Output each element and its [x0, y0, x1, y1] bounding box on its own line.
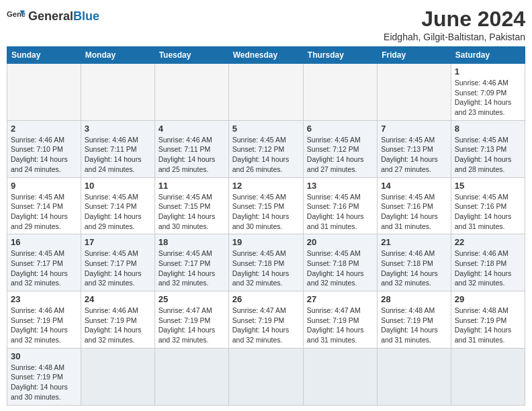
day-info: Sunrise: 4:45 AM Sunset: 7:16 PM Dayligh… — [307, 192, 373, 232]
logo-text: GeneralBlue — [28, 10, 99, 23]
calendar-title: June 2024 — [384, 7, 525, 32]
day-number: 11 — [159, 181, 225, 191]
day-info: Sunrise: 4:46 AM Sunset: 7:11 PM Dayligh… — [85, 135, 151, 175]
day-info: Sunrise: 4:45 AM Sunset: 7:18 PM Dayligh… — [307, 248, 373, 288]
calendar-cell: 6Sunrise: 4:45 AM Sunset: 7:12 PM Daylig… — [303, 120, 377, 177]
day-info: Sunrise: 4:45 AM Sunset: 7:16 PM Dayligh… — [381, 192, 447, 232]
day-info: Sunrise: 4:45 AM Sunset: 7:12 PM Dayligh… — [232, 135, 300, 175]
day-info: Sunrise: 4:45 AM Sunset: 7:16 PM Dayligh… — [455, 192, 521, 232]
week-row-3: 9Sunrise: 4:45 AM Sunset: 7:14 PM Daylig… — [7, 177, 525, 234]
day-number: 14 — [381, 181, 447, 191]
day-number: 24 — [85, 294, 151, 304]
day-number: 13 — [307, 181, 373, 191]
logo-icon: General — [7, 7, 26, 26]
calendar-cell — [154, 348, 228, 405]
day-info: Sunrise: 4:47 AM Sunset: 7:19 PM Dayligh… — [232, 306, 300, 345]
calendar-cell: 30Sunrise: 4:48 AM Sunset: 7:19 PM Dayli… — [7, 348, 81, 405]
calendar-cell: 20Sunrise: 4:45 AM Sunset: 7:18 PM Dayli… — [303, 234, 377, 291]
day-number: 4 — [159, 124, 225, 134]
day-number: 20 — [307, 237, 373, 247]
day-number: 15 — [455, 181, 521, 191]
day-info: Sunrise: 4:45 AM Sunset: 7:12 PM Dayligh… — [307, 135, 373, 175]
calendar-cell: 4Sunrise: 4:46 AM Sunset: 7:11 PM Daylig… — [154, 120, 228, 177]
day-number: 6 — [307, 124, 373, 134]
calendar-table: SundayMondayTuesdayWednesdayThursdayFrid… — [7, 46, 525, 406]
calendar-cell: 10Sunrise: 4:45 AM Sunset: 7:14 PM Dayli… — [81, 177, 154, 234]
day-number: 18 — [159, 237, 225, 247]
header-cell-thursday: Thursday — [303, 47, 377, 64]
day-number: 30 — [11, 351, 77, 361]
calendar-cell — [378, 348, 451, 405]
week-row-6: 30Sunrise: 4:48 AM Sunset: 7:19 PM Dayli… — [7, 348, 525, 405]
header-row: SundayMondayTuesdayWednesdayThursdayFrid… — [7, 47, 525, 64]
day-number: 21 — [381, 237, 447, 247]
day-info: Sunrise: 4:45 AM Sunset: 7:15 PM Dayligh… — [232, 192, 300, 232]
calendar-cell: 29Sunrise: 4:48 AM Sunset: 7:19 PM Dayli… — [451, 291, 525, 349]
calendar-cell: 22Sunrise: 4:46 AM Sunset: 7:18 PM Dayli… — [451, 234, 525, 291]
day-info: Sunrise: 4:45 AM Sunset: 7:18 PM Dayligh… — [232, 248, 300, 288]
day-number: 17 — [85, 237, 151, 247]
calendar-cell: 18Sunrise: 4:45 AM Sunset: 7:17 PM Dayli… — [154, 234, 228, 291]
calendar-cell: 24Sunrise: 4:46 AM Sunset: 7:19 PM Dayli… — [81, 291, 154, 349]
calendar-cell: 13Sunrise: 4:45 AM Sunset: 7:16 PM Dayli… — [303, 177, 377, 234]
calendar-cell: 11Sunrise: 4:45 AM Sunset: 7:15 PM Dayli… — [154, 177, 228, 234]
day-info: Sunrise: 4:46 AM Sunset: 7:09 PM Dayligh… — [455, 78, 521, 118]
day-info: Sunrise: 4:46 AM Sunset: 7:10 PM Dayligh… — [11, 135, 77, 175]
calendar-cell: 23Sunrise: 4:46 AM Sunset: 7:19 PM Dayli… — [7, 291, 81, 349]
day-number: 23 — [11, 294, 77, 304]
day-number: 3 — [85, 124, 151, 134]
day-info: Sunrise: 4:48 AM Sunset: 7:19 PM Dayligh… — [455, 306, 521, 345]
header-cell-friday: Friday — [378, 47, 451, 64]
week-row-2: 2Sunrise: 4:46 AM Sunset: 7:10 PM Daylig… — [7, 120, 525, 177]
day-number: 12 — [232, 181, 300, 191]
calendar-cell: 3Sunrise: 4:46 AM Sunset: 7:11 PM Daylig… — [81, 120, 154, 177]
day-number: 9 — [11, 181, 77, 191]
week-row-5: 23Sunrise: 4:46 AM Sunset: 7:19 PM Dayli… — [7, 291, 525, 349]
day-info: Sunrise: 4:45 AM Sunset: 7:13 PM Dayligh… — [455, 135, 521, 175]
day-number: 25 — [159, 294, 225, 304]
calendar-cell — [81, 64, 154, 121]
day-info: Sunrise: 4:45 AM Sunset: 7:17 PM Dayligh… — [85, 248, 151, 288]
day-info: Sunrise: 4:47 AM Sunset: 7:19 PM Dayligh… — [307, 306, 373, 345]
day-number: 26 — [232, 294, 300, 304]
calendar-cell: 19Sunrise: 4:45 AM Sunset: 7:18 PM Dayli… — [228, 234, 303, 291]
day-info: Sunrise: 4:46 AM Sunset: 7:18 PM Dayligh… — [381, 248, 447, 288]
calendar-cell: 14Sunrise: 4:45 AM Sunset: 7:16 PM Dayli… — [378, 177, 451, 234]
day-number: 2 — [11, 124, 77, 134]
calendar-cell: 2Sunrise: 4:46 AM Sunset: 7:10 PM Daylig… — [7, 120, 81, 177]
calendar-cell: 28Sunrise: 4:48 AM Sunset: 7:19 PM Dayli… — [378, 291, 451, 349]
day-info: Sunrise: 4:48 AM Sunset: 7:19 PM Dayligh… — [381, 306, 447, 345]
calendar-cell: 15Sunrise: 4:45 AM Sunset: 7:16 PM Dayli… — [451, 177, 525, 234]
calendar-cell: 8Sunrise: 4:45 AM Sunset: 7:13 PM Daylig… — [451, 120, 525, 177]
day-info: Sunrise: 4:46 AM Sunset: 7:19 PM Dayligh… — [85, 306, 151, 345]
day-info: Sunrise: 4:47 AM Sunset: 7:19 PM Dayligh… — [159, 306, 225, 345]
calendar-cell: 5Sunrise: 4:45 AM Sunset: 7:12 PM Daylig… — [228, 120, 303, 177]
header: General GeneralBlue June 2024 Eidghah, G… — [7, 7, 525, 42]
calendar-cell: 27Sunrise: 4:47 AM Sunset: 7:19 PM Dayli… — [303, 291, 377, 349]
header-cell-wednesday: Wednesday — [228, 47, 303, 64]
logo: General GeneralBlue — [7, 7, 99, 26]
calendar-cell — [154, 64, 228, 121]
day-info: Sunrise: 4:45 AM Sunset: 7:17 PM Dayligh… — [11, 248, 77, 288]
day-number: 19 — [232, 237, 300, 247]
calendar-cell — [378, 64, 451, 121]
calendar-cell: 12Sunrise: 4:45 AM Sunset: 7:15 PM Dayli… — [228, 177, 303, 234]
header-cell-sunday: Sunday — [7, 47, 81, 64]
day-info: Sunrise: 4:46 AM Sunset: 7:18 PM Dayligh… — [455, 248, 521, 288]
day-number: 28 — [381, 294, 447, 304]
week-row-4: 16Sunrise: 4:45 AM Sunset: 7:17 PM Dayli… — [7, 234, 525, 291]
day-info: Sunrise: 4:46 AM Sunset: 7:19 PM Dayligh… — [11, 306, 77, 345]
calendar-cell — [303, 64, 377, 121]
day-number: 27 — [307, 294, 373, 304]
day-number: 22 — [455, 237, 521, 247]
calendar-cell — [451, 348, 525, 405]
day-number: 29 — [455, 294, 521, 304]
day-number: 8 — [455, 124, 521, 134]
day-info: Sunrise: 4:45 AM Sunset: 7:14 PM Dayligh… — [85, 192, 151, 232]
header-cell-tuesday: Tuesday — [154, 47, 228, 64]
week-row-1: 1Sunrise: 4:46 AM Sunset: 7:09 PM Daylig… — [7, 64, 525, 121]
title-area: June 2024 Eidghah, Gilgit-Baltistan, Pak… — [384, 7, 525, 42]
day-number: 1 — [455, 66, 521, 77]
calendar-cell — [7, 64, 81, 121]
calendar-cell — [81, 348, 154, 405]
